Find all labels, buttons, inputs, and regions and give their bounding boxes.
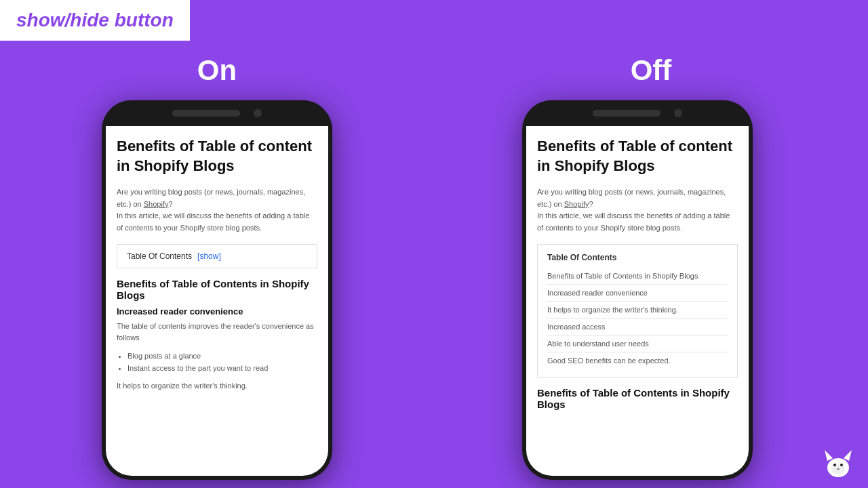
toc-label-on: Table Of Contents	[127, 251, 192, 261]
fox-mascot-icon	[822, 447, 854, 480]
title-badge: show/hide button	[0, 0, 190, 41]
svg-marker-2	[844, 450, 852, 461]
toc-item-4[interactable]: Able to understand user needs	[547, 336, 728, 352]
phone-screen-on: Benefits of Table of content in Shopify …	[106, 126, 328, 476]
section1-heading-on: Benefits of Table of Contents in Shopify…	[117, 278, 317, 301]
toc-item-5[interactable]: Good SEO benefits can be expected.	[547, 352, 728, 369]
blog-title-off: Benefits of Table of content in Shopify …	[537, 137, 738, 176]
bullet-item: Instant access to the part you want to r…	[127, 362, 317, 375]
svg-point-4	[833, 464, 836, 466]
phone-notch-off	[522, 100, 753, 126]
toc-show-link[interactable]: [show]	[197, 251, 221, 261]
phone-off: Benefits of Table of content in Shopify …	[522, 100, 753, 480]
section1-heading-off: Benefits of Table of Contents in Shopify…	[537, 387, 738, 410]
screen-content-off: Benefits of Table of content in Shopify …	[526, 126, 749, 476]
blog-intro-off: Are you writing blog posts (or news, jou…	[537, 186, 738, 234]
shopify-link-on[interactable]: Shopify	[144, 200, 169, 208]
bullet-item: Blog posts at a glance	[127, 350, 317, 363]
badge-text: show/hide button	[16, 9, 174, 30]
svg-point-5	[840, 464, 843, 466]
subsection1-on: Increased reader convenience	[117, 306, 317, 317]
shopify-link-off[interactable]: Shopify	[564, 200, 589, 208]
phone-on: Benefits of Table of content in Shopify …	[102, 100, 332, 480]
svg-marker-1	[825, 450, 833, 461]
toc-item-3[interactable]: Increased access	[547, 319, 728, 336]
notch-circle	[254, 109, 262, 117]
subsection2-on: It helps to organize the writer's thinki…	[117, 380, 317, 392]
toc-header-off: Table Of Contents	[547, 253, 728, 262]
notch-bar	[172, 110, 240, 117]
notch-circle-off	[674, 109, 682, 117]
svg-point-6	[837, 468, 840, 470]
blog-intro-on: Are you writing blog posts (or news, jou…	[117, 186, 317, 234]
toc-collapsed: Table Of Contents [show]	[117, 244, 317, 268]
on-label: On	[0, 54, 434, 87]
toc-item-1[interactable]: Increased reader convenience	[547, 285, 728, 302]
bullet-list-on: Blog posts at a glance Instant access to…	[117, 350, 317, 375]
off-label: Off	[434, 54, 868, 87]
phone-notch-on	[102, 100, 332, 126]
toc-item-2[interactable]: It helps to organize the writer's thinki…	[547, 302, 728, 319]
blog-title-on: Benefits of Table of content in Shopify …	[117, 137, 317, 176]
body-text-on: The table of contents improves the reade…	[117, 321, 317, 344]
screen-content-on: Benefits of Table of content in Shopify …	[106, 126, 328, 476]
toc-item-0[interactable]: Benefits of Table of Contents in Shopify…	[547, 268, 728, 285]
notch-bar-off	[593, 110, 660, 117]
toc-expanded: Table Of Contents Benefits of Table of C…	[537, 244, 738, 378]
phone-screen-off: Benefits of Table of content in Shopify …	[526, 126, 749, 476]
